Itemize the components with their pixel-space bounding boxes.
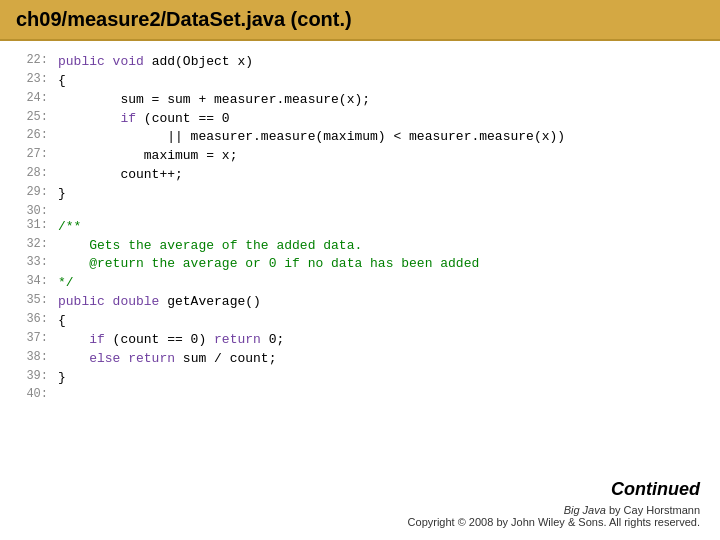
line-code — [58, 204, 700, 218]
line-number: 38: — [20, 350, 58, 369]
table-row: 25: if (count == 0 — [20, 110, 700, 129]
line-code: || measurer.measure(maximum) < measurer.… — [58, 128, 700, 147]
line-code: { — [58, 72, 700, 91]
line-code: { — [58, 312, 700, 331]
line-number: 31: — [20, 218, 58, 237]
footer: Continued Big Java Big Java by Cay Horst… — [408, 479, 700, 528]
table-row: 23:{ — [20, 72, 700, 91]
continued-label: Continued — [408, 479, 700, 500]
page-title: ch09/measure2/DataSet.java (cont.) — [16, 8, 352, 30]
book-title: Big Java — [564, 504, 606, 516]
line-code: } — [58, 369, 700, 388]
table-row: 36:{ — [20, 312, 700, 331]
line-number: 30: — [20, 204, 58, 218]
line-number: 28: — [20, 166, 58, 185]
line-number: 22: — [20, 53, 58, 72]
line-code: Gets the average of the added data. — [58, 237, 700, 256]
code-table: 22:public void add(Object x)23:{24: sum … — [20, 53, 700, 401]
line-code: maximum = x; — [58, 147, 700, 166]
line-number: 35: — [20, 293, 58, 312]
line-code: else return sum / count; — [58, 350, 700, 369]
line-number: 33: — [20, 255, 58, 274]
line-number: 23: — [20, 72, 58, 91]
table-row: 22:public void add(Object x) — [20, 53, 700, 72]
line-number: 39: — [20, 369, 58, 388]
line-code: if (count == 0) return 0; — [58, 331, 700, 350]
line-code: sum = sum + measurer.measure(x); — [58, 91, 700, 110]
table-row: 35:public double getAverage() — [20, 293, 700, 312]
table-row: 38: else return sum / count; — [20, 350, 700, 369]
line-code — [58, 387, 700, 401]
table-row: 28: count++; — [20, 166, 700, 185]
line-code: /** — [58, 218, 700, 237]
table-row: 32: Gets the average of the added data. — [20, 237, 700, 256]
copyright-line2: Copyright © 2008 by John Wiley & Sons. A… — [408, 516, 700, 528]
table-row: 27: maximum = x; — [20, 147, 700, 166]
table-row: 39:} — [20, 369, 700, 388]
line-code: public void add(Object x) — [58, 53, 700, 72]
table-row: 29:} — [20, 185, 700, 204]
header-bar: ch09/measure2/DataSet.java (cont.) — [0, 0, 720, 41]
table-row: 26: || measurer.measure(maximum) < measu… — [20, 128, 700, 147]
line-number: 25: — [20, 110, 58, 129]
table-row: 33: @return the average or 0 if no data … — [20, 255, 700, 274]
line-number: 34: — [20, 274, 58, 293]
code-content: 22:public void add(Object x)23:{24: sum … — [0, 41, 720, 409]
table-row: 24: sum = sum + measurer.measure(x); — [20, 91, 700, 110]
line-number: 36: — [20, 312, 58, 331]
table-row: 34:*/ — [20, 274, 700, 293]
line-code: */ — [58, 274, 700, 293]
table-row: 40: — [20, 387, 700, 401]
copyright-line1: Big Java Big Java by Cay Horstmann by Ca… — [408, 504, 700, 516]
line-number: 40: — [20, 387, 58, 401]
line-code: @return the average or 0 if no data has … — [58, 255, 700, 274]
line-code: count++; — [58, 166, 700, 185]
line-number: 24: — [20, 91, 58, 110]
line-number: 32: — [20, 237, 58, 256]
line-code: if (count == 0 — [58, 110, 700, 129]
line-code: } — [58, 185, 700, 204]
line-number: 26: — [20, 128, 58, 147]
line-code: public double getAverage() — [58, 293, 700, 312]
line-number: 27: — [20, 147, 58, 166]
line-number: 29: — [20, 185, 58, 204]
table-row: 37: if (count == 0) return 0; — [20, 331, 700, 350]
line-number: 37: — [20, 331, 58, 350]
table-row: 30: — [20, 204, 700, 218]
table-row: 31:/** — [20, 218, 700, 237]
